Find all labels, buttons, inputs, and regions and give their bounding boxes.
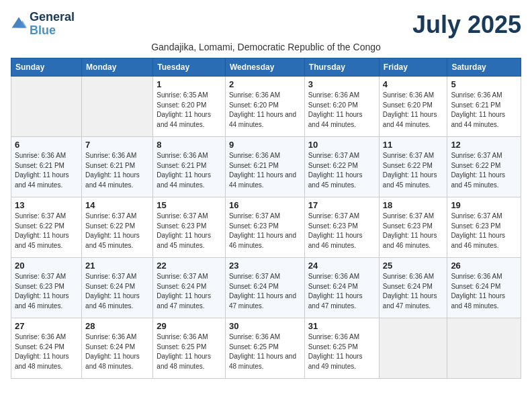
day-info: Sunrise: 6:37 AM Sunset: 6:23 PM Dayligh… — [308, 212, 375, 250]
day-info: Sunrise: 6:36 AM Sunset: 6:24 PM Dayligh… — [308, 272, 375, 311]
calendar-cell: 31Sunrise: 6:36 AM Sunset: 6:25 PM Dayli… — [304, 318, 379, 379]
day-number: 22 — [157, 261, 222, 271]
day-info: Sunrise: 6:37 AM Sunset: 6:24 PM Dayligh… — [157, 272, 222, 311]
day-info: Sunrise: 6:36 AM Sunset: 6:24 PM Dayligh… — [85, 332, 149, 371]
calendar-cell: 27Sunrise: 6:36 AM Sunset: 6:24 PM Dayli… — [11, 318, 82, 379]
day-info: Sunrise: 6:37 AM Sunset: 6:22 PM Dayligh… — [383, 151, 444, 190]
day-number: 29 — [157, 321, 222, 331]
day-info: Sunrise: 6:37 AM Sunset: 6:23 PM Dayligh… — [157, 212, 222, 250]
day-number: 17 — [308, 200, 375, 210]
day-info: Sunrise: 6:37 AM Sunset: 6:22 PM Dayligh… — [15, 212, 78, 250]
weekday-header: Wednesday — [225, 58, 304, 77]
weekday-header: Sunday — [11, 58, 82, 77]
day-info: Sunrise: 6:36 AM Sunset: 6:21 PM Dayligh… — [451, 91, 517, 130]
calendar-cell: 19Sunrise: 6:37 AM Sunset: 6:23 PM Dayli… — [447, 197, 521, 258]
day-number: 26 — [451, 261, 517, 271]
calendar-cell: 6Sunrise: 6:36 AM Sunset: 6:21 PM Daylig… — [11, 137, 82, 197]
calendar-week-row: 13Sunrise: 6:37 AM Sunset: 6:22 PM Dayli… — [11, 197, 521, 258]
day-info: Sunrise: 6:36 AM Sunset: 6:21 PM Dayligh… — [85, 151, 149, 190]
logo: General Blue — [11, 11, 75, 38]
calendar-cell — [11, 77, 82, 137]
calendar-cell: 4Sunrise: 6:36 AM Sunset: 6:20 PM Daylig… — [379, 77, 447, 137]
calendar-cell: 10Sunrise: 6:37 AM Sunset: 6:22 PM Dayli… — [304, 137, 379, 197]
calendar-cell: 1Sunrise: 6:35 AM Sunset: 6:20 PM Daylig… — [153, 77, 226, 137]
calendar-cell: 18Sunrise: 6:37 AM Sunset: 6:23 PM Dayli… — [379, 197, 447, 258]
calendar-cell: 9Sunrise: 6:36 AM Sunset: 6:21 PM Daylig… — [225, 137, 304, 197]
day-number: 10 — [308, 140, 375, 150]
day-number: 16 — [229, 200, 301, 210]
day-info: Sunrise: 6:36 AM Sunset: 6:20 PM Dayligh… — [229, 91, 301, 130]
day-info: Sunrise: 6:37 AM Sunset: 6:23 PM Dayligh… — [15, 272, 78, 311]
day-info: Sunrise: 6:37 AM Sunset: 6:22 PM Dayligh… — [85, 212, 149, 250]
page-subtitle: Gandajika, Lomami, Democratic Republic o… — [11, 42, 521, 52]
day-info: Sunrise: 6:37 AM Sunset: 6:23 PM Dayligh… — [229, 212, 301, 250]
day-number: 9 — [229, 140, 301, 150]
day-info: Sunrise: 6:36 AM Sunset: 6:24 PM Dayligh… — [15, 332, 78, 371]
calendar-cell: 17Sunrise: 6:37 AM Sunset: 6:23 PM Dayli… — [304, 197, 379, 258]
day-number: 7 — [85, 140, 149, 150]
day-number: 6 — [15, 140, 78, 150]
day-number: 1 — [157, 79, 222, 89]
weekday-header: Tuesday — [153, 58, 226, 77]
day-info: Sunrise: 6:37 AM Sunset: 6:24 PM Dayligh… — [229, 272, 301, 311]
weekday-header: Monday — [82, 58, 153, 77]
day-number: 13 — [15, 200, 78, 210]
day-number: 18 — [383, 200, 444, 210]
calendar-week-row: 27Sunrise: 6:36 AM Sunset: 6:24 PM Dayli… — [11, 318, 521, 379]
calendar-cell: 14Sunrise: 6:37 AM Sunset: 6:22 PM Dayli… — [82, 197, 153, 258]
day-number: 11 — [383, 140, 444, 150]
day-info: Sunrise: 6:36 AM Sunset: 6:21 PM Dayligh… — [157, 151, 222, 190]
day-info: Sunrise: 6:36 AM Sunset: 6:24 PM Dayligh… — [383, 272, 444, 311]
page-header: General Blue July 2025 — [11, 11, 521, 39]
day-info: Sunrise: 6:36 AM Sunset: 6:20 PM Dayligh… — [383, 91, 444, 130]
day-info: Sunrise: 6:36 AM Sunset: 6:25 PM Dayligh… — [157, 332, 222, 371]
day-number: 25 — [383, 261, 444, 271]
calendar-cell: 23Sunrise: 6:37 AM Sunset: 6:24 PM Dayli… — [225, 258, 304, 318]
month-title: July 2025 — [412, 11, 521, 39]
day-number: 2 — [229, 79, 301, 89]
calendar-cell: 30Sunrise: 6:36 AM Sunset: 6:25 PM Dayli… — [225, 318, 304, 379]
calendar-cell: 8Sunrise: 6:36 AM Sunset: 6:21 PM Daylig… — [153, 137, 226, 197]
day-number: 4 — [383, 79, 444, 89]
logo-text: General Blue — [30, 11, 75, 38]
day-number: 19 — [451, 200, 517, 210]
calendar-cell: 11Sunrise: 6:37 AM Sunset: 6:22 PM Dayli… — [379, 137, 447, 197]
day-number: 31 — [308, 321, 375, 331]
calendar-cell: 21Sunrise: 6:37 AM Sunset: 6:24 PM Dayli… — [82, 258, 153, 318]
calendar-week-row: 6Sunrise: 6:36 AM Sunset: 6:21 PM Daylig… — [11, 137, 521, 197]
day-info: Sunrise: 6:36 AM Sunset: 6:25 PM Dayligh… — [229, 332, 301, 371]
calendar-cell: 3Sunrise: 6:36 AM Sunset: 6:20 PM Daylig… — [304, 77, 379, 137]
calendar-cell: 25Sunrise: 6:36 AM Sunset: 6:24 PM Dayli… — [379, 258, 447, 318]
day-info: Sunrise: 6:35 AM Sunset: 6:20 PM Dayligh… — [157, 91, 222, 130]
calendar-cell: 5Sunrise: 6:36 AM Sunset: 6:21 PM Daylig… — [447, 77, 521, 137]
day-number: 12 — [451, 140, 517, 150]
calendar-cell: 15Sunrise: 6:37 AM Sunset: 6:23 PM Dayli… — [153, 197, 226, 258]
calendar-cell: 13Sunrise: 6:37 AM Sunset: 6:22 PM Dayli… — [11, 197, 82, 258]
weekday-header: Friday — [379, 58, 447, 77]
calendar-table: SundayMondayTuesdayWednesdayThursdayFrid… — [11, 58, 521, 379]
day-info: Sunrise: 6:36 AM Sunset: 6:24 PM Dayligh… — [451, 272, 517, 311]
day-number: 3 — [308, 79, 375, 89]
day-info: Sunrise: 6:37 AM Sunset: 6:24 PM Dayligh… — [85, 272, 149, 311]
day-number: 5 — [451, 79, 517, 89]
calendar-cell: 2Sunrise: 6:36 AM Sunset: 6:20 PM Daylig… — [225, 77, 304, 137]
day-number: 20 — [15, 261, 78, 271]
day-number: 24 — [308, 261, 375, 271]
calendar-week-row: 20Sunrise: 6:37 AM Sunset: 6:23 PM Dayli… — [11, 258, 521, 318]
day-number: 23 — [229, 261, 301, 271]
day-info: Sunrise: 6:36 AM Sunset: 6:25 PM Dayligh… — [308, 332, 375, 371]
calendar-cell: 24Sunrise: 6:36 AM Sunset: 6:24 PM Dayli… — [304, 258, 379, 318]
day-info: Sunrise: 6:37 AM Sunset: 6:22 PM Dayligh… — [308, 151, 375, 190]
calendar-cell — [379, 318, 447, 379]
day-info: Sunrise: 6:36 AM Sunset: 6:20 PM Dayligh… — [308, 91, 375, 130]
day-number: 15 — [157, 200, 222, 210]
calendar-cell: 20Sunrise: 6:37 AM Sunset: 6:23 PM Dayli… — [11, 258, 82, 318]
calendar-body: 1Sunrise: 6:35 AM Sunset: 6:20 PM Daylig… — [11, 77, 521, 379]
calendar-header-row: SundayMondayTuesdayWednesdayThursdayFrid… — [11, 58, 521, 77]
calendar-cell — [447, 318, 521, 379]
day-info: Sunrise: 6:37 AM Sunset: 6:22 PM Dayligh… — [451, 151, 517, 190]
weekday-header: Thursday — [304, 58, 379, 77]
logo-icon — [11, 16, 27, 32]
day-number: 30 — [229, 321, 301, 331]
day-number: 8 — [157, 140, 222, 150]
